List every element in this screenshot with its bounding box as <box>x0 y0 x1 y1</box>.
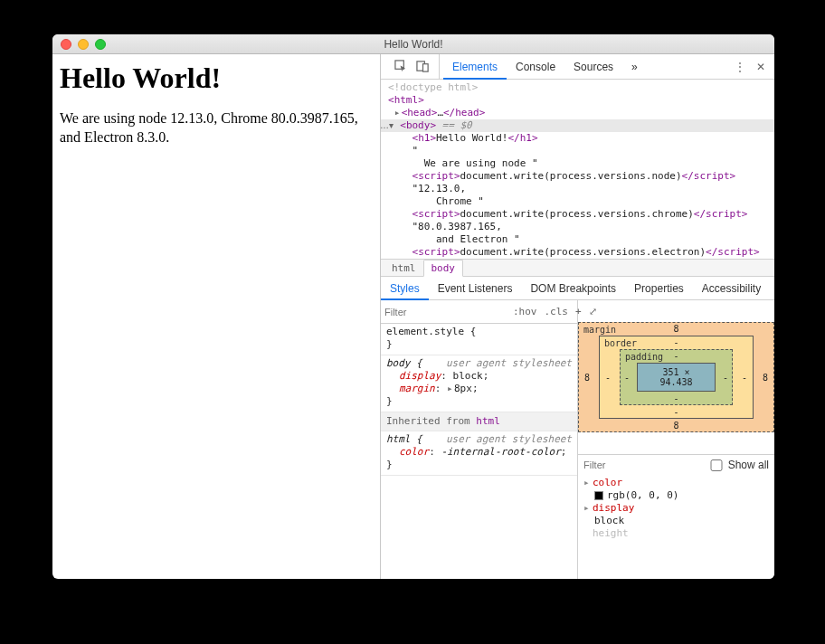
doctype-node: <!doctype html> <box>388 81 478 93</box>
rule-body[interactable]: user agent stylesheet body { display: bl… <box>381 355 577 412</box>
styles-filter-row: :hov .cls + ⤢ <box>381 300 577 324</box>
inherited-from: Inherited from html <box>381 412 577 431</box>
zoom-window-button[interactable] <box>95 39 106 50</box>
crumb-html[interactable]: html <box>384 260 423 276</box>
devtools-right-icons: ⋮ ✕ <box>735 61 771 73</box>
html-open[interactable]: <html> <box>388 94 424 106</box>
stab-properties[interactable]: Properties <box>625 277 693 299</box>
devtools-toolbar: Elements Console Sources » ⋮ ✕ <box>381 54 774 80</box>
rule-element-style[interactable]: element.style { } <box>381 324 577 355</box>
computed-list: ▸color rgb(0, 0, 0) ▸display block heigh… <box>578 475 774 542</box>
titlebar: Hello World! <box>52 34 774 54</box>
styles-right: margin 8 8 8 8 border - - - <box>578 300 774 579</box>
stab-styles[interactable]: Styles <box>381 277 429 299</box>
box-model[interactable]: margin 8 8 8 8 border - - - <box>578 300 774 454</box>
stab-dom-breakpoints[interactable]: DOM Breakpoints <box>521 277 625 299</box>
inspect-element-icon[interactable] <box>390 56 412 78</box>
styles-filter-input[interactable] <box>384 307 509 317</box>
device-toolbar-icon[interactable] <box>412 56 433 78</box>
stab-event-listeners[interactable]: Event Listeners <box>429 277 522 299</box>
body-node-selected[interactable]: <body> == $0 <box>381 119 774 132</box>
hov-button[interactable]: :hov <box>509 306 541 318</box>
tabs-overflow-icon[interactable]: » <box>622 54 647 79</box>
computed-filter-row: Show all <box>578 454 774 475</box>
styles-rules: :hov .cls + ⤢ element.style { } user age… <box>381 300 578 579</box>
devtools-tabs: Elements Console Sources » <box>443 54 647 79</box>
cls-button[interactable]: .cls <box>541 306 573 318</box>
show-all-label: Show all <box>728 459 769 471</box>
computed-prop-display[interactable]: ▸display <box>583 502 774 515</box>
page-heading: Hello World! <box>60 62 373 95</box>
window-title: Hello World! <box>52 38 774 51</box>
computed-filter-input[interactable] <box>583 459 708 470</box>
box-model-content: 351 × 94.438 <box>637 363 716 392</box>
show-all-checkbox[interactable] <box>708 459 725 471</box>
tab-console[interactable]: Console <box>507 54 564 79</box>
traffic-lights <box>61 39 106 50</box>
color-swatch-icon[interactable] <box>594 491 603 500</box>
devtools-panel: Elements Console Sources » ⋮ ✕ <!doctype… <box>380 54 774 579</box>
app-window: Hello World! Hello World! We are using n… <box>52 34 774 579</box>
stab-accessibility[interactable]: Accessibility <box>693 277 770 299</box>
close-window-button[interactable] <box>61 39 71 50</box>
settings-icon[interactable]: ⋮ <box>735 61 745 73</box>
tab-elements[interactable]: Elements <box>443 54 507 79</box>
crumb-body[interactable]: body <box>423 260 464 277</box>
expand-icon[interactable]: ▸ <box>394 107 402 119</box>
minimize-window-button[interactable] <box>78 39 89 50</box>
rendered-page: Hello World! We are using node 12.13.0, … <box>52 54 380 579</box>
page-paragraph: We are using node 12.13.0, Chrome 80.0.3… <box>60 109 373 147</box>
styles-pane: Styles Event Listeners DOM Breakpoints P… <box>381 277 774 579</box>
breadcrumb: html body <box>381 259 774 277</box>
styles-body: :hov .cls + ⤢ element.style { } user age… <box>381 300 774 579</box>
styles-tabs: Styles Event Listeners DOM Breakpoints P… <box>381 277 774 300</box>
devtools-left-icons <box>384 54 440 79</box>
rule-html[interactable]: user agent stylesheet html { color: -int… <box>381 431 577 476</box>
computed-prop-color[interactable]: ▸color <box>583 477 774 489</box>
window-content: Hello World! We are using node 12.13.0, … <box>52 54 774 579</box>
elements-tree[interactable]: <!doctype html> <html> ▸<head>…</head> <… <box>381 80 774 259</box>
close-devtools-icon[interactable]: ✕ <box>756 61 765 73</box>
svg-rect-2 <box>422 64 428 71</box>
tab-sources[interactable]: Sources <box>564 54 622 79</box>
computed-prop-height[interactable]: height <box>583 527 774 540</box>
